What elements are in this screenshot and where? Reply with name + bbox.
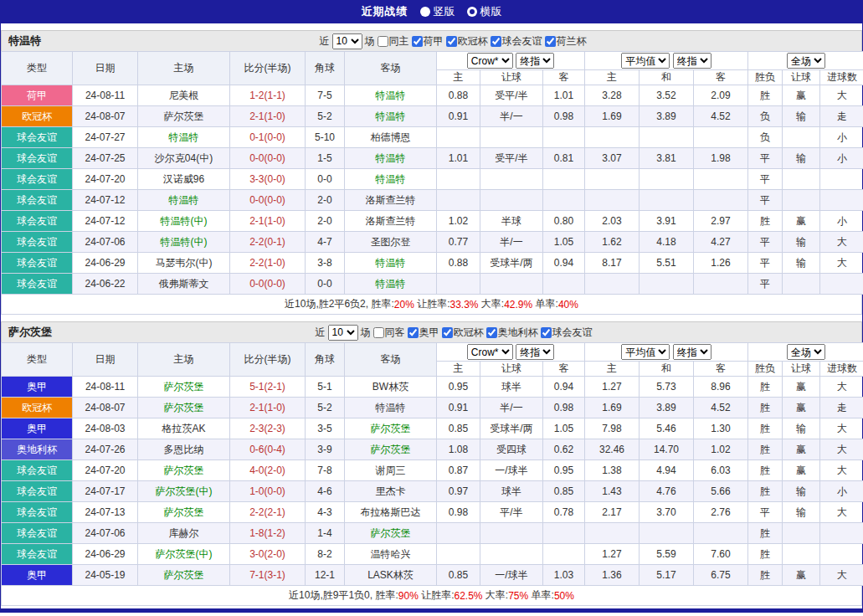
away-team[interactable]: 特温特 [345, 148, 437, 169]
odds-time-select[interactable]: 终指 [516, 344, 554, 360]
match-score[interactable]: 0-6(0-4) [230, 439, 306, 460]
league-checkbox[interactable] [446, 36, 457, 47]
home-team[interactable]: 萨尔茨堡(中) [138, 544, 230, 565]
match-score[interactable]: 2-1(1-0) [230, 211, 306, 232]
avg-draw-odds: 5.73 [640, 377, 694, 398]
league-filter[interactable]: 欧冠杯 [441, 326, 483, 340]
match-date: 24-07-26 [73, 439, 138, 460]
match-score[interactable]: 7-1(3-1) [230, 565, 306, 586]
match-score[interactable]: 2-1(1-0) [230, 106, 306, 127]
league-checkbox[interactable] [441, 327, 452, 338]
handicap-line [480, 190, 543, 211]
home-team[interactable]: 萨尔茨堡 [138, 398, 230, 418]
league-checkbox[interactable] [540, 327, 551, 338]
league-filter[interactable]: 球会友谊 [491, 34, 542, 49]
average-select[interactable]: 平均值 [621, 344, 670, 360]
handicap-line [480, 127, 543, 148]
col-home: 主场 [138, 343, 230, 377]
summary-line: 近10场,胜2平6负2, 胜率: 20% 让胜率: 33.3% 大率: 42.9… [1, 295, 862, 315]
avg-home-odds: 1.38 [585, 460, 640, 481]
odd-rate-label: 单率: [532, 297, 558, 311]
match-count-select[interactable]: 10 [332, 33, 362, 49]
odds-time-select[interactable]: 终指 [516, 53, 554, 69]
league-filter[interactable]: 球会友谊 [540, 326, 592, 340]
home-team[interactable]: 特温特 [138, 127, 230, 148]
fulltime-select[interactable]: 全场 [787, 53, 825, 69]
fulltime-select[interactable]: 全场 [787, 344, 825, 360]
match-row: 奥地利杯24-07-26多恩比纳0-6(0-4)3-9萨尔茨堡1.08受四球0.… [2, 439, 863, 460]
home-team[interactable]: 萨尔茨堡 [138, 377, 230, 398]
bookmaker-select[interactable]: Crow* [467, 53, 513, 69]
league-checkbox[interactable] [545, 36, 556, 47]
league-badge: 球会友谊 [2, 211, 73, 232]
home-team[interactable]: 萨尔茨堡(中) [138, 481, 230, 502]
away-team[interactable]: 萨尔茨堡 [345, 418, 437, 439]
match-score[interactable]: 2-2(0-1) [230, 232, 306, 253]
bookmaker-select[interactable]: Crow* [467, 344, 513, 360]
match-score[interactable]: 0-0(0-0) [230, 274, 306, 295]
result-cell: 胜 [748, 439, 783, 460]
home-odds: 1.01 [437, 148, 480, 169]
same-venue-filter[interactable]: 同主 [378, 34, 409, 49]
home-team[interactable]: 萨尔茨堡 [138, 565, 230, 586]
subcol-avg-away: 客 [694, 70, 748, 85]
match-count-select[interactable]: 10 [327, 325, 357, 341]
away-team[interactable]: 特温特 [345, 253, 437, 274]
match-score[interactable]: 0-0(0-0) [230, 190, 306, 211]
league-filter[interactable]: 欧冠杯 [446, 34, 488, 49]
handicap-result-cell [783, 523, 820, 544]
match-score[interactable]: 2-2(2-1) [230, 502, 306, 523]
league-filter[interactable]: 奥地利杯 [485, 326, 537, 340]
avg-away-odds [694, 523, 748, 544]
match-score[interactable]: 4-0(2-0) [230, 460, 306, 481]
goals-result-cell: 大 [820, 460, 863, 481]
match-score[interactable]: 3-0(2-0) [230, 544, 306, 565]
average-select[interactable]: 平均值 [621, 53, 670, 69]
away-team[interactable]: 特温特 [345, 169, 437, 190]
average-time-select[interactable]: 终指 [673, 344, 711, 360]
match-score[interactable]: 2-3(2-3) [230, 418, 306, 439]
home-team[interactable]: 萨尔茨堡 [138, 460, 230, 481]
away-team: 里杰卡 [345, 481, 437, 502]
avg-home-odds: 2.03 [585, 211, 640, 232]
match-score[interactable]: 2-2(1-0) [230, 253, 306, 274]
avg-away-odds [694, 169, 748, 190]
home-team[interactable]: 特温特(中) [138, 232, 230, 253]
league-filter[interactable]: 荷甲 [412, 34, 444, 49]
col-away: 客场 [345, 52, 437, 85]
avg-away-odds [694, 127, 748, 148]
league-checkbox[interactable] [407, 327, 418, 338]
view-option-vertical[interactable]: 竖版 [420, 4, 455, 19]
away-team[interactable]: 特温特 [345, 106, 437, 127]
match-score[interactable]: 0-1(0-0) [230, 127, 306, 148]
home-team[interactable]: 萨尔茨堡 [138, 502, 230, 523]
home-team: 格拉茨AK [138, 418, 230, 439]
away-team[interactable]: 特温特 [345, 85, 437, 106]
match-score[interactable]: 1-0(0-0) [230, 481, 306, 502]
away-team[interactable]: 特温特 [345, 274, 437, 295]
league-filter[interactable]: 奥甲 [407, 326, 439, 340]
league-checkbox[interactable] [412, 36, 423, 47]
match-row: 球会友谊24-07-06库赫尔1-8(1-2)1-4萨尔茨堡胜 [2, 523, 863, 544]
handicap-result-cell: 赢 [783, 398, 820, 418]
away-team[interactable]: 萨尔茨堡 [345, 439, 437, 460]
home-team[interactable]: 特温特 [138, 190, 230, 211]
match-score[interactable]: 5-1(2-1) [230, 377, 306, 398]
home-team[interactable]: 特温特(中) [138, 211, 230, 232]
same-venue-checkbox[interactable] [372, 327, 383, 338]
league-filter[interactable]: 荷兰杯 [545, 34, 587, 49]
same-venue-filter[interactable]: 同客 [372, 326, 404, 340]
average-time-select[interactable]: 终指 [673, 53, 711, 69]
match-score[interactable]: 3-3(0-0) [230, 169, 306, 190]
match-score[interactable]: 1-8(1-2) [230, 523, 306, 544]
view-option-horizontal[interactable]: 横版 [467, 4, 502, 19]
match-score[interactable]: 1-2(1-1) [230, 85, 306, 106]
same-venue-checkbox[interactable] [378, 36, 388, 47]
over-rate-label: 大率: [479, 297, 505, 311]
league-checkbox[interactable] [485, 327, 496, 338]
match-score[interactable]: 2-1(1-0) [230, 398, 306, 418]
match-score[interactable]: 0-0(0-0) [230, 148, 306, 169]
league-checkbox[interactable] [491, 36, 501, 47]
match-date: 24-07-27 [73, 127, 138, 148]
away-team[interactable]: 萨尔茨堡 [345, 523, 437, 544]
